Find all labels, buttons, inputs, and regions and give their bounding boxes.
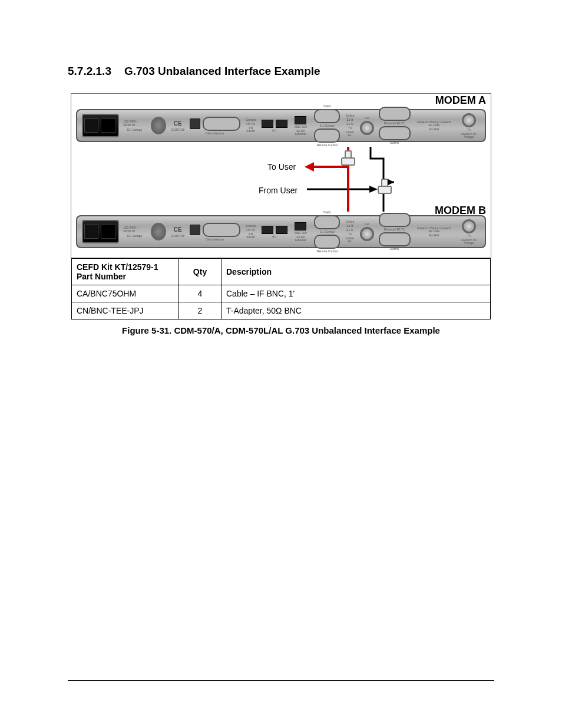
label-caution-dc: Caution! DC Voltage [458,239,480,245]
cell-desc: T-Adapter, 50Ω BNC [222,302,491,319]
cell-part: CN/BNC-TEE-JPJ [72,302,179,319]
power-inlet-icon [101,118,116,133]
table-row: CA/BNC75OHM 4 Cable – IF BNC, 1' [72,285,491,302]
led-icon [190,225,200,235]
label-made-in-usa: Made In USA by Comtech EF Data [415,227,454,233]
db9-connector-icon [314,129,340,143]
label-1-1-control: 1:1 Control [320,124,334,127]
modem-a-panel: 100-240V~ 60/50 Hz DC Voltage CE CAUTION… [76,109,486,142]
power-module-icon [82,220,119,243]
modem-b-panel: 100-240V~ 60/50 Hz DC Voltage CE CAUTION… [76,215,486,248]
label-e1b: E1-B [346,118,353,121]
figure-caption: Figure 5-31. CDM-570/A, CDM-570L/AL G.70… [68,325,494,335]
ce-mark-icon: CE [174,226,182,233]
cell-part: CA/BNC75OHM [72,285,179,302]
col-part: CEFD Kit KT/12579-1 Part Number [72,259,179,285]
label-tx: Tx [467,235,471,238]
label-dc-voltage: DC Voltage [127,234,142,238]
col-desc: Description [222,259,491,285]
label-remote-control: Remote Control [317,250,338,253]
led-icon [190,118,200,129]
rj45-icon [276,226,287,234]
label-made-in-usa: Made In USA by Comtech EF Data [415,121,454,127]
modem-a-label: MODEM A [435,94,486,107]
cell-qty: 2 [179,302,222,319]
label-remote-control: Remote Control [317,144,338,147]
label-data-interface: Data Interface [206,238,224,241]
bnc-connector-icon [462,113,476,127]
cell-desc: Cable – IF BNC, 1' [222,285,491,302]
footer-rule [68,680,494,681]
label-e1b: E1-B [346,225,353,228]
col-qty: Qty [179,259,222,285]
interconnect-area: To User From User [71,147,491,212]
label-to-user: To User [267,162,296,172]
db-connector-icon [203,117,240,131]
section-title: G.703 Unbalanced Interface Example [124,65,320,78]
label-e1u: E1-U [346,123,353,126]
label-ac-range: 100-240V~ 60/50 Hz [124,226,146,233]
db9-connector-icon [314,215,340,229]
label-ext-ref: Ext Ref [429,234,439,237]
label-balanced: Balanced E1/T1 [384,122,405,125]
label-alarms: Alarms [390,141,399,144]
label-on-off: Off On [246,229,255,232]
bnc-connector-icon [360,227,374,241]
power-module-icon [82,114,119,137]
label-act: Act [272,129,276,132]
label-alarms: Alarms [390,248,399,251]
label-ethernet: 10/100 Ethernet [292,130,310,136]
label-mc-100: M&C 100 [295,126,307,129]
svg-marker-4 [305,162,314,172]
rj45-icon [262,120,273,128]
label-caution-dc: Caution! DC Voltage [458,133,480,139]
label-dc-voltage: DC Voltage [127,128,142,131]
label-ext-ref: Ext Ref [429,128,439,131]
table-header-row: CEFD Kit KT/12579-1 Part Number Qty Desc… [72,259,491,285]
label-1-1-control: 1:1 Control [320,230,334,233]
fan-icon [151,223,166,241]
table-row: CN/BNC-TEE-JPJ 2 T-Adapter, 50Ω BNC [72,302,491,319]
label-traffic: Traffic [323,105,332,108]
label-console: Console [245,118,256,121]
db-connector-icon [203,223,240,237]
section-number: 5.7.2.1.3 [68,65,111,78]
wiring-svg [71,147,491,212]
power-switch-icon [84,225,98,239]
label-online: Online [346,114,354,117]
label-act: Act [272,235,276,238]
t-adapter-icon [373,182,394,200]
label-console: Console [245,225,256,228]
label-1n-switch: 1:N Switch [245,127,257,133]
label-caution: CAUTION! [171,128,185,131]
label-e1u: E1-U [346,229,353,232]
t-adapter-icon [336,154,358,172]
label-data-interface: Data Interface [206,132,224,135]
fan-icon [151,117,166,134]
rj45-icon [295,116,306,124]
label-out: Out [365,223,369,226]
label-out: Out [365,117,369,120]
db9-connector-icon [314,235,340,249]
label-online: Online [346,220,354,223]
db-connector-icon [379,126,411,140]
label-traffic: Traffic [323,211,332,214]
label-from-user: From User [259,186,297,195]
label-caution: CAUTION! [171,234,185,238]
power-inlet-icon [101,225,116,239]
label-ethernet: 10/100 Ethernet [292,236,310,242]
section-heading: 5.7.2.1.3 G.703 Unbalanced Interface Exa… [68,65,494,78]
parts-table: CEFD Kit KT/12579-1 Part Number Qty Desc… [71,258,491,319]
rj45-icon [295,222,306,230]
label-unbal-e1: Unbal E1 [345,237,355,243]
label-1n-switch: 1:N Switch [245,233,257,239]
label-tb: Tb [348,127,352,130]
ce-mark-icon: CE [174,120,182,127]
label-mc-100: M&C 100 [295,232,307,235]
label-ac-range: 100-240V~ 60/50 Hz [124,120,146,127]
figure-diagram: MODEM A 100-240V~ 60/50 Hz DC Voltage CE… [71,93,491,258]
db-connector-icon [379,232,411,246]
label-balanced: Balanced E1/T1 [384,228,405,231]
label-unbal-e1: Unbal E1 [345,131,355,137]
rj45-icon [276,120,287,128]
